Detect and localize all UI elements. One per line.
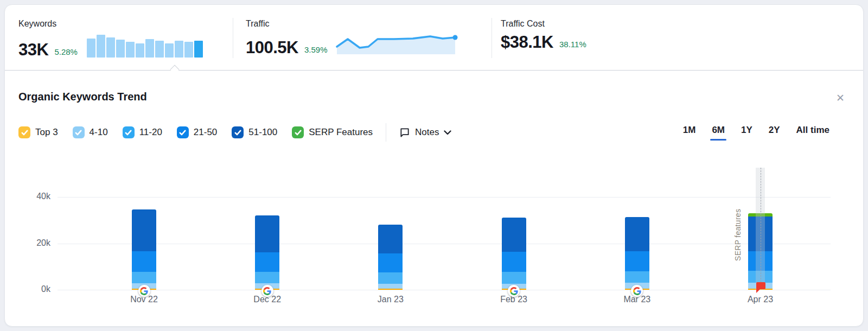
notes-label: Notes bbox=[415, 127, 439, 138]
controls-divider bbox=[386, 123, 386, 142]
metric-divider bbox=[492, 18, 492, 58]
y-axis-label: 0k bbox=[15, 284, 50, 294]
keywords-mini-bar bbox=[116, 40, 125, 58]
hover-guideline bbox=[761, 168, 761, 282]
bar-segment-51-100 bbox=[625, 217, 649, 251]
bar-segment-21-50 bbox=[502, 252, 526, 272]
note-bubble-icon bbox=[399, 127, 410, 138]
stacked-bar-nov-22[interactable] bbox=[132, 209, 156, 290]
range-tab-label: 1M bbox=[683, 125, 696, 135]
range-tab-label: 6M bbox=[712, 125, 725, 135]
bar-segment-top-3 bbox=[378, 289, 403, 290]
stacked-bar-jan-23[interactable] bbox=[378, 225, 403, 290]
legend-item-21-50[interactable]: 21-50 bbox=[177, 126, 217, 138]
stacked-bar-feb-23[interactable] bbox=[502, 218, 526, 290]
bar-segment-11-20 bbox=[255, 272, 279, 283]
bar-segment-51-100 bbox=[378, 225, 403, 253]
keywords-mini-chart bbox=[87, 35, 203, 58]
active-tab-underline bbox=[710, 139, 726, 141]
keywords-change: 5.28% bbox=[54, 47, 78, 58]
legend-label: 51-100 bbox=[248, 127, 277, 138]
keywords-mini-bar bbox=[175, 41, 183, 58]
traffic-cost-change: 38.11% bbox=[559, 40, 586, 50]
keywords-mini-bar bbox=[155, 41, 164, 58]
serp-features-annotation-label: SERP features bbox=[733, 190, 742, 261]
metric-divider bbox=[233, 18, 233, 58]
range-tab-label: 2Y bbox=[769, 125, 780, 135]
keywords-mini-bar bbox=[136, 43, 144, 58]
checkbox-icon[interactable] bbox=[123, 126, 135, 138]
keywords-mini-bar bbox=[126, 42, 135, 58]
stacked-bar-mar-23[interactable] bbox=[625, 217, 649, 290]
checkbox-icon[interactable] bbox=[18, 126, 30, 138]
traffic-sparkline bbox=[337, 35, 459, 55]
checkbox-icon[interactable] bbox=[73, 126, 85, 138]
metric-tab-keywords[interactable]: Keywords 33K 5.28% bbox=[18, 19, 203, 58]
keywords-mini-bar bbox=[145, 39, 154, 58]
legend-item-51-100[interactable]: 51-100 bbox=[232, 126, 277, 138]
legend-label: 21-50 bbox=[194, 127, 217, 138]
close-icon[interactable]: ✕ bbox=[836, 93, 845, 103]
bar-segment-11-20 bbox=[502, 272, 526, 284]
legend-label: 11-20 bbox=[139, 127, 162, 138]
google-icon[interactable] bbox=[138, 285, 150, 297]
notes-button[interactable]: Notes bbox=[399, 127, 451, 138]
keywords-label: Keywords bbox=[18, 19, 203, 29]
date-range-tabs: 1M6M1Y2YAll time bbox=[683, 125, 829, 141]
checkbox-icon[interactable] bbox=[292, 126, 304, 138]
bar-segment-11-20 bbox=[132, 272, 156, 283]
traffic-label: Traffic bbox=[246, 19, 459, 29]
gridline bbox=[58, 290, 831, 290]
x-axis-label: Apr 23 bbox=[725, 295, 796, 304]
keywords-value: 33K bbox=[18, 42, 48, 58]
keywords-mini-bar bbox=[106, 37, 115, 58]
range-tab-label: 1Y bbox=[741, 125, 752, 135]
legend-item-11-20[interactable]: 11-20 bbox=[123, 126, 162, 138]
chart-legend: Top 34-1011-2021-5051-100SERP Features bbox=[18, 126, 373, 138]
stacked-bar-dec-22[interactable] bbox=[255, 215, 279, 290]
bar-segment-21-50 bbox=[378, 253, 403, 272]
legend-item-4-10[interactable]: 4-10 bbox=[73, 126, 108, 138]
y-axis-label: 40k bbox=[15, 192, 50, 201]
organic-research-panel: Keywords 33K 5.28% Traffic 100.5K 3.59% … bbox=[4, 4, 864, 327]
bar-segment-21-50 bbox=[625, 251, 649, 271]
range-tab-1m[interactable]: 1M bbox=[683, 125, 696, 141]
traffic-change: 3.59% bbox=[304, 45, 328, 55]
page-title: Organic Keywords Trend bbox=[18, 91, 147, 103]
bar-segment-4-10 bbox=[378, 284, 403, 289]
selected-metric-notch bbox=[170, 65, 180, 74]
bar-segment-21-50 bbox=[255, 252, 279, 272]
x-axis-label: Jan 23 bbox=[355, 295, 426, 304]
range-tab-2y[interactable]: 2Y bbox=[769, 125, 780, 141]
range-tab-6m[interactable]: 6M bbox=[712, 125, 725, 141]
traffic-cost-label: Traffic Cost bbox=[501, 19, 586, 29]
gridline bbox=[58, 244, 831, 244]
bar-segment-51-100 bbox=[255, 215, 279, 252]
metric-tab-traffic-cost[interactable]: Traffic Cost $38.1K 38.11% bbox=[501, 19, 586, 50]
y-axis-label: 20k bbox=[15, 238, 50, 248]
range-tab-all-time[interactable]: All time bbox=[796, 125, 829, 141]
range-tab-1y[interactable]: 1Y bbox=[741, 125, 752, 141]
bar-segment-51-100 bbox=[132, 209, 156, 251]
legend-item-top-3[interactable]: Top 3 bbox=[18, 126, 58, 138]
legend-label: Top 3 bbox=[35, 127, 58, 138]
chevron-down-icon bbox=[444, 130, 451, 135]
keywords-mini-bar bbox=[97, 35, 105, 58]
legend-label: SERP Features bbox=[309, 127, 373, 138]
metrics-divider bbox=[5, 70, 863, 71]
traffic-value: 100.5K bbox=[246, 40, 298, 55]
legend-label: 4-10 bbox=[90, 127, 108, 138]
google-icon[interactable] bbox=[508, 285, 520, 297]
bar-segment-51-100 bbox=[502, 218, 526, 252]
keywords-mini-bar bbox=[165, 43, 174, 58]
range-tab-label: All time bbox=[796, 125, 829, 135]
checkbox-icon[interactable] bbox=[232, 126, 244, 138]
keywords-mini-bar bbox=[194, 41, 203, 58]
bar-segment-21-50 bbox=[132, 251, 156, 272]
chart-controls: Top 34-1011-2021-5051-100SERP Features N… bbox=[18, 123, 829, 142]
bar-segment-11-20 bbox=[625, 271, 649, 283]
legend-item-serp-features[interactable]: SERP Features bbox=[292, 126, 373, 138]
checkbox-icon[interactable] bbox=[177, 126, 189, 138]
metric-tab-traffic[interactable]: Traffic 100.5K 3.59% bbox=[246, 19, 459, 55]
google-icon[interactable] bbox=[261, 285, 273, 297]
